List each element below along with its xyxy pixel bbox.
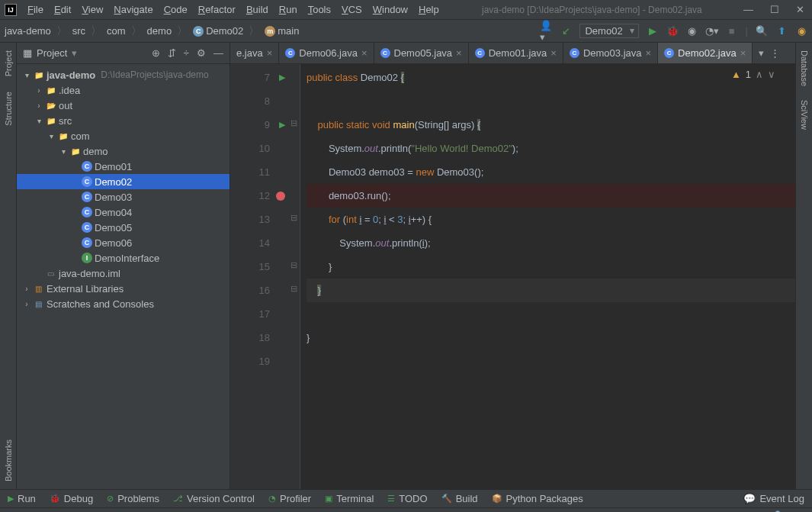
- sync-icon[interactable]: ↙: [560, 25, 572, 37]
- close-tab-icon[interactable]: ×: [740, 47, 746, 59]
- tab-Demo06-java[interactable]: CDemo06.java×: [279, 43, 374, 63]
- menu-tools[interactable]: Tools: [303, 2, 335, 17]
- code-line-12[interactable]: demo03.run();: [307, 184, 795, 208]
- tree-com[interactable]: ▾📁com: [17, 128, 229, 143]
- breakpoint-icon[interactable]: [276, 192, 285, 201]
- menu-build[interactable]: Build: [242, 2, 273, 17]
- fold-column[interactable]: ⊟⊟⊟⊟: [288, 64, 300, 489]
- breadcrumb-main[interactable]: mmain: [265, 25, 299, 37]
- coverage-button[interactable]: ◉: [686, 25, 698, 37]
- bottom-python-packages[interactable]: 📦Python Packages: [492, 493, 583, 504]
- inspection-widget[interactable]: ▲ 1 ∧ ∨: [731, 69, 775, 80]
- bottom-run[interactable]: ▶Run: [8, 493, 36, 504]
- fold-toggle[interactable]: [288, 348, 300, 372]
- tree-class-demo05[interactable]: CDemo05: [17, 220, 229, 235]
- tree-root[interactable]: ▾📁java-demoD:\IdeaProjects\java-demo: [17, 67, 229, 82]
- next-highlight-icon[interactable]: ∨: [768, 69, 775, 80]
- tree-scratches[interactable]: ›▤Scratches and Consoles: [17, 296, 229, 311]
- fold-toggle[interactable]: ⊟: [288, 253, 300, 277]
- stop-button[interactable]: ■: [726, 25, 738, 37]
- menu-refactor[interactable]: Refactor: [194, 2, 240, 17]
- code-line-9[interactable]: public static void main(String[] args) {: [307, 113, 795, 137]
- expand-all-icon[interactable]: ⇵: [168, 47, 176, 59]
- fold-toggle[interactable]: [288, 64, 300, 88]
- fold-toggle[interactable]: ⊟: [288, 206, 300, 230]
- minimize-button[interactable]: —: [740, 4, 756, 15]
- menu-help[interactable]: Help: [414, 2, 444, 17]
- run-gutter-icon[interactable]: ▶: [279, 72, 285, 82]
- tab-more-icon[interactable]: ⋮: [770, 47, 780, 59]
- tool-tab-project[interactable]: Project: [2, 47, 14, 79]
- tree-idea[interactable]: ›📁.idea: [17, 82, 229, 98]
- tree-iml[interactable]: ▭java-demo.iml: [17, 266, 229, 281]
- fold-toggle[interactable]: ⊟: [288, 111, 300, 135]
- tab-Demo02-java[interactable]: CDemo02.java×: [658, 43, 753, 63]
- tree-out[interactable]: ›📂out: [17, 98, 229, 113]
- tool-tab-database[interactable]: Database: [798, 47, 810, 89]
- code-line-11[interactable]: Demo03 demo03 = new Demo03();: [307, 160, 795, 184]
- tree-class-demo03[interactable]: CDemo03: [17, 189, 229, 204]
- bottom-debug[interactable]: 🐞Debug: [50, 493, 93, 504]
- code-line-14[interactable]: System.out.println(i);: [307, 231, 795, 255]
- tree-class-demo02[interactable]: CDemo02: [17, 174, 229, 189]
- bottom-version-control[interactable]: ⎇Version Control: [173, 493, 255, 504]
- debug-button[interactable]: 🐞: [666, 25, 679, 37]
- menu-view[interactable]: View: [77, 2, 108, 17]
- collapse-all-icon[interactable]: ÷: [184, 47, 189, 59]
- tool-tab-bookmarks[interactable]: Bookmarks: [2, 436, 14, 485]
- fold-toggle[interactable]: [288, 135, 300, 159]
- code-line-17[interactable]: [307, 302, 795, 326]
- run-config-selector[interactable]: Demo02: [579, 24, 638, 38]
- settings-icon[interactable]: ⚙: [197, 47, 206, 59]
- hide-panel-icon[interactable]: —: [213, 47, 223, 59]
- close-tab-icon[interactable]: ×: [550, 47, 557, 59]
- prev-highlight-icon[interactable]: ∧: [756, 69, 763, 80]
- fold-toggle[interactable]: [288, 324, 300, 348]
- breadcrumb-demo02[interactable]: CDemo02: [193, 25, 243, 37]
- menu-file[interactable]: File: [23, 2, 48, 17]
- menu-vcs[interactable]: VCS: [337, 2, 367, 17]
- select-opened-icon[interactable]: ⊕: [152, 47, 160, 59]
- line-gutter[interactable]: 7▶89▶10111213141516171819: [230, 64, 288, 489]
- tree-external-libs[interactable]: ›▥External Libraries: [17, 281, 229, 296]
- code-line-10[interactable]: System.out.println("Hello World! Demo02"…: [307, 137, 795, 160]
- tree-demo[interactable]: ▾📁demo: [17, 143, 229, 159]
- tree-class-demo01[interactable]: CDemo01: [17, 159, 229, 174]
- update-icon[interactable]: ⬆: [775, 25, 788, 37]
- bottom-profiler[interactable]: ◔Profiler: [268, 493, 311, 504]
- fold-toggle[interactable]: [288, 230, 300, 253]
- tab-e-java[interactable]: e.java×: [230, 43, 279, 63]
- run-gutter-icon[interactable]: ▶: [279, 120, 285, 130]
- fold-toggle[interactable]: ⊟: [288, 277, 300, 301]
- bottom-todo[interactable]: ☰TODO: [387, 493, 427, 504]
- breadcrumb-com[interactable]: com: [107, 25, 126, 37]
- fold-toggle[interactable]: [288, 159, 300, 182]
- menu-code[interactable]: Code: [159, 2, 192, 17]
- tool-tab-sciview[interactable]: SciView: [798, 97, 810, 133]
- breadcrumb-demo[interactable]: demo: [147, 25, 172, 37]
- code-area[interactable]: public class Demo02 { public static void…: [300, 64, 795, 489]
- close-tab-icon[interactable]: ×: [456, 47, 462, 59]
- breadcrumb-java-demo[interactable]: java-demo: [5, 25, 51, 37]
- profile-button[interactable]: ◔▾: [706, 25, 718, 37]
- tree-src[interactable]: ▾📁src: [17, 113, 229, 128]
- bottom-build[interactable]: 🔨Build: [441, 493, 478, 504]
- close-tab-icon[interactable]: ×: [267, 47, 273, 59]
- tab-dropdown-icon[interactable]: ▾: [759, 47, 764, 59]
- event-log-button[interactable]: 💬Event Log: [743, 493, 804, 504]
- menu-navigate[interactable]: Navigate: [109, 2, 157, 17]
- tree-interface[interactable]: IDemoInterface: [17, 250, 229, 266]
- menu-window[interactable]: Window: [368, 2, 412, 17]
- tab-Demo03-java[interactable]: CDemo03.java×: [563, 43, 658, 63]
- run-button[interactable]: ▶: [647, 25, 659, 37]
- ide-settings-icon[interactable]: ◉: [795, 25, 807, 37]
- tab-Demo05-java[interactable]: CDemo05.java×: [374, 43, 469, 63]
- close-tab-icon[interactable]: ×: [361, 47, 367, 59]
- code-line-7[interactable]: public class Demo02 {: [307, 66, 795, 89]
- maximize-button[interactable]: ☐: [767, 4, 782, 15]
- code-line-15[interactable]: }: [307, 255, 795, 279]
- chevron-down-icon[interactable]: ▾: [72, 47, 77, 59]
- tool-tab-structure[interactable]: Structure: [2, 89, 14, 129]
- fold-toggle[interactable]: [288, 301, 300, 324]
- fold-toggle[interactable]: [288, 88, 300, 111]
